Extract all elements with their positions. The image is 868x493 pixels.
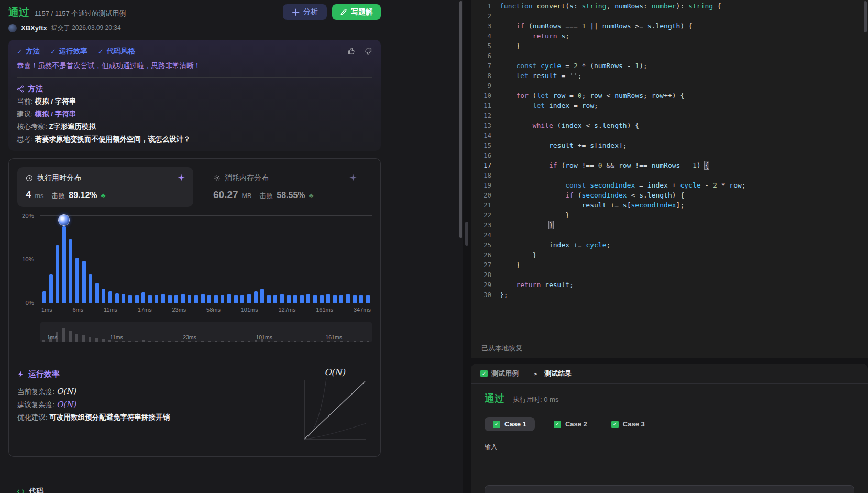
analyze-button[interactable]: 分析 — [283, 4, 327, 20]
code-line[interactable]: 14 — [471, 130, 868, 140]
histogram-bar[interactable] — [273, 295, 277, 303]
histogram-bar[interactable] — [75, 258, 79, 303]
histogram-bar[interactable] — [108, 291, 112, 303]
code-line[interactable]: 23 } — [471, 220, 868, 230]
histogram-bar[interactable] — [234, 295, 238, 303]
case-button-2[interactable]: ✓Case 2 — [548, 417, 592, 431]
code-line[interactable]: 7 const cycle = 2 * (numRows - 1); — [471, 61, 868, 71]
code-line[interactable]: 11 let index = row; — [471, 101, 868, 111]
code-line[interactable]: 17 if (row !== 0 && row !== numRows - 1)… — [471, 160, 868, 170]
sparkle-icon[interactable] — [178, 174, 185, 183]
histogram-bar[interactable] — [49, 274, 53, 303]
code-line[interactable]: 20 if (secondIndex < s.length) { — [471, 190, 868, 200]
histogram-bar[interactable] — [82, 261, 86, 303]
code-line[interactable]: 26 } — [471, 250, 868, 260]
avatar[interactable] — [8, 24, 17, 32]
code-line[interactable]: 27 } — [471, 260, 868, 270]
code-line[interactable]: 2 — [471, 11, 868, 21]
code-line[interactable]: 5 } — [471, 41, 868, 51]
code-line[interactable]: 30}; — [471, 290, 868, 300]
histogram-bar[interactable] — [128, 295, 132, 303]
histogram-bar[interactable] — [141, 292, 145, 303]
sparkle-icon[interactable] — [349, 174, 357, 183]
histogram-bar[interactable] — [102, 289, 105, 303]
histogram-bar[interactable] — [306, 294, 310, 303]
code-editor-panel[interactable]: 1function convert(s: string, numRows: nu… — [471, 0, 868, 358]
histogram-bar[interactable] — [174, 295, 178, 303]
code-line[interactable]: 19 const secondIndex = index + cycle - 2… — [471, 180, 868, 190]
histogram-bar[interactable] — [333, 295, 337, 303]
histogram-bar[interactable] — [254, 291, 258, 303]
histogram-bar[interactable] — [280, 294, 284, 303]
code-line[interactable]: 8 let result = ''; — [471, 71, 868, 81]
histogram-bar[interactable] — [194, 295, 198, 303]
histogram-bar[interactable] — [326, 294, 330, 303]
code-line[interactable]: 25 index += cycle; — [471, 240, 868, 250]
code-line[interactable]: 1function convert(s: string, numRows: nu… — [471, 1, 868, 11]
code-line[interactable]: 6 — [471, 51, 868, 61]
histogram-bar[interactable] — [135, 295, 139, 303]
histogram-bar[interactable] — [188, 295, 191, 303]
histogram-bar[interactable] — [115, 293, 119, 303]
code-line[interactable]: 15 result += s[index]; — [471, 140, 868, 150]
thumbs-down-button[interactable] — [364, 47, 372, 56]
histogram-bar[interactable] — [42, 291, 46, 303]
histogram-brush[interactable]: 1ms11ms23ms101ms161ms — [40, 322, 372, 342]
histogram-bar[interactable] — [89, 274, 92, 303]
histogram-bar[interactable] — [122, 294, 125, 303]
histogram-bar[interactable] — [313, 295, 317, 303]
case-button-1[interactable]: ✓Case 1 — [485, 417, 535, 431]
histogram-bar[interactable] — [155, 295, 158, 303]
code-lines[interactable]: 1function convert(s: string, numRows: nu… — [471, 1, 868, 300]
histogram-bar[interactable] — [300, 295, 304, 303]
histogram-bar[interactable] — [56, 245, 59, 303]
code-line[interactable]: 12 — [471, 111, 868, 120]
code-line[interactable]: 24 — [471, 230, 868, 240]
code-line[interactable]: 22 } — [471, 210, 868, 220]
code-line[interactable]: 9 — [471, 81, 868, 91]
code-line[interactable]: 4 return s; — [471, 31, 868, 41]
histogram-bar[interactable] — [221, 295, 224, 303]
tab-testcases[interactable]: ✓ 测试用例 — [480, 369, 519, 378]
case-button-3[interactable]: ✓Case 3 — [606, 417, 650, 431]
histogram-bar[interactable] — [366, 295, 370, 303]
left-panel-scrollbar[interactable] — [459, 1, 462, 238]
histogram-bar[interactable] — [293, 295, 297, 303]
histogram-bar[interactable] — [95, 283, 99, 303]
testcase-input-field[interactable] — [485, 485, 854, 493]
code-line[interactable]: 3 if (numRows === 1 || numRows >= s.leng… — [471, 21, 868, 31]
code-section-header[interactable]: 代码 — [17, 487, 43, 493]
histogram-bar[interactable] — [148, 295, 152, 303]
histogram-bar[interactable] — [207, 295, 211, 303]
thumbs-up-button[interactable] — [347, 47, 356, 56]
histogram-bar[interactable] — [62, 226, 66, 303]
histogram-bar[interactable] — [181, 294, 185, 303]
write-solution-button[interactable]: 写题解 — [332, 4, 381, 20]
histogram-bar[interactable] — [214, 295, 218, 303]
histogram-bar[interactable] — [161, 294, 165, 303]
editor-scrollbar[interactable] — [864, 1, 867, 32]
histogram-bar[interactable] — [353, 295, 357, 303]
histogram-bar[interactable] — [359, 295, 363, 303]
histogram-bar[interactable] — [320, 295, 324, 303]
runtime-stat-box[interactable]: 执行用时分布 4 ms 击败 89.12% ♣ — [17, 167, 193, 207]
panel-divider-handle[interactable] — [465, 222, 468, 246]
code-line[interactable]: 29 return result; — [471, 280, 868, 290]
memory-stat-box[interactable]: 消耗内存分布 60.27 MB 击败 58.55% ♣ — [205, 167, 365, 207]
histogram-bar[interactable] — [240, 295, 244, 303]
code-line[interactable]: 18 — [471, 170, 868, 180]
histogram-bar[interactable] — [227, 294, 231, 303]
histogram-bar[interactable] — [201, 294, 205, 303]
username[interactable]: XBXyftx — [21, 24, 47, 32]
histogram-bar[interactable] — [260, 289, 264, 303]
code-line[interactable]: 13 while (index < s.length) { — [471, 120, 868, 130]
histogram-bar[interactable] — [69, 239, 72, 303]
histogram-bar[interactable] — [247, 294, 251, 303]
histogram-bar[interactable] — [346, 294, 350, 303]
tab-testresult[interactable]: >_ 测试结果 — [534, 369, 572, 378]
code-line[interactable]: 16 — [471, 150, 868, 160]
histogram-bar[interactable] — [287, 295, 291, 303]
histogram-bar[interactable] — [267, 295, 271, 303]
code-line[interactable]: 28 — [471, 270, 868, 280]
code-line[interactable]: 10 for (let row = 0; row < numRows; row+… — [471, 91, 868, 101]
